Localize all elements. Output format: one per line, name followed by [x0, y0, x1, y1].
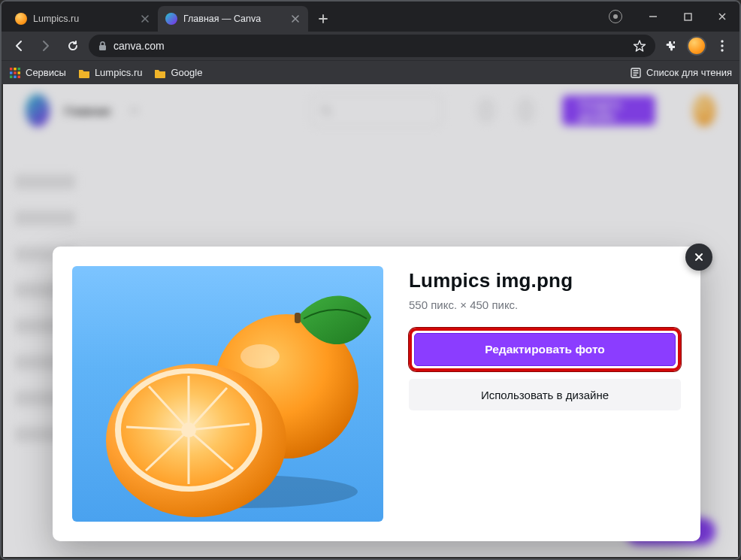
address-bar[interactable]: canva.com	[89, 35, 655, 57]
forward-button[interactable]	[35, 35, 57, 57]
back-button[interactable]	[8, 35, 30, 57]
edit-photo-button[interactable]: Редактировать фото	[414, 333, 676, 366]
reading-list-label: Список для чтения	[646, 67, 732, 78]
reading-list-icon	[630, 67, 642, 79]
orange-favicon-icon	[15, 13, 27, 25]
image-dimensions: 550 пикс. × 450 пикс.	[409, 298, 681, 311]
svg-rect-13	[18, 75, 21, 78]
use-in-design-button[interactable]: Использовать в дизайне	[409, 379, 681, 410]
svg-rect-6	[14, 68, 17, 71]
folder-icon	[78, 68, 90, 78]
svg-rect-7	[18, 68, 21, 71]
edit-photo-label: Редактировать фото	[485, 343, 605, 356]
svg-rect-0	[685, 14, 691, 20]
close-window-button[interactable]	[705, 2, 739, 32]
svg-point-4	[721, 49, 723, 51]
svg-rect-9	[14, 71, 17, 74]
svg-rect-5	[10, 68, 13, 71]
close-icon[interactable]	[290, 14, 301, 24]
close-modal-button[interactable]	[685, 244, 712, 271]
close-icon[interactable]	[140, 14, 150, 24]
image-details-modal: Lumpics img.png 550 пикс. × 450 пикс. Ре…	[53, 247, 700, 541]
window-controls	[609, 2, 739, 32]
bookmarks-bar: Сервисы Lumpics.ru Google Список для чте…	[2, 60, 739, 84]
page-viewport: Главная Создать дизайн	[3, 84, 738, 557]
svg-rect-19	[295, 313, 301, 323]
kebab-menu-icon[interactable]	[711, 35, 733, 57]
apps-shortcut[interactable]: Сервисы	[9, 67, 66, 79]
bookmark-star-icon[interactable]	[633, 39, 646, 53]
maximize-button[interactable]	[670, 2, 705, 32]
window-titlebar: Lumpics.ru Главная — Canva	[2, 2, 739, 32]
extensions-icon[interactable]	[660, 35, 682, 57]
bookmark-label: Google	[171, 67, 202, 78]
svg-rect-11	[10, 75, 13, 78]
svg-rect-8	[10, 71, 13, 74]
lock-icon	[98, 41, 107, 51]
image-info-panel: Lumpics img.png 550 пикс. × 450 пикс. Ре…	[409, 266, 681, 522]
svg-rect-10	[18, 71, 21, 74]
profile-avatar[interactable]	[687, 36, 706, 56]
close-icon	[694, 252, 704, 262]
apps-grid-icon	[9, 67, 21, 79]
image-thumbnail	[72, 266, 383, 522]
reading-list-button[interactable]: Список для чтения	[630, 67, 732, 79]
browser-tab-lumpics[interactable]: Lumpics.ru	[8, 6, 158, 32]
browser-tab-canva[interactable]: Главная — Canva	[158, 6, 308, 32]
canva-favicon-icon	[165, 13, 177, 25]
svg-rect-12	[14, 75, 17, 78]
minimize-button[interactable]	[636, 2, 670, 32]
svg-rect-1	[99, 45, 106, 50]
reload-button[interactable]	[62, 35, 84, 57]
tab-title: Lumpics.ru	[33, 14, 134, 24]
url-text: canva.com	[113, 40, 165, 52]
tab-title: Главная — Canva	[183, 14, 284, 24]
highlight-annotation: Редактировать фото	[409, 328, 681, 371]
bookmark-lumpics[interactable]: Lumpics.ru	[78, 67, 143, 78]
folder-icon	[154, 68, 166, 78]
bookmark-google[interactable]: Google	[154, 67, 202, 78]
apps-label: Сервисы	[26, 67, 66, 78]
use-in-design-label: Использовать в дизайне	[481, 389, 609, 401]
oranges-illustration-icon	[72, 266, 383, 522]
account-indicator-icon[interactable]	[609, 10, 622, 23]
svg-point-31	[181, 422, 196, 437]
svg-point-2	[721, 40, 723, 42]
browser-toolbar: canva.com	[2, 32, 739, 60]
browser-tabs: Lumpics.ru Главная — Canva	[2, 2, 334, 32]
svg-point-18	[240, 344, 280, 368]
image-filename: Lumpics img.png	[409, 269, 681, 292]
new-tab-button[interactable]	[313, 8, 334, 29]
svg-point-3	[721, 44, 723, 47]
bookmark-label: Lumpics.ru	[95, 67, 143, 78]
